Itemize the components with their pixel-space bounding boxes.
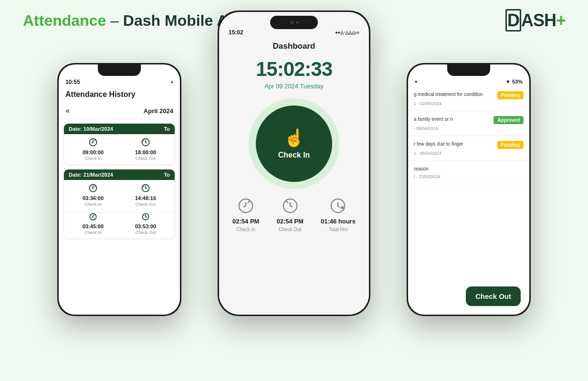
right-phone-notch — [447, 64, 490, 76]
checkout-label-1: Check Out — [136, 156, 156, 161]
checkout-icon-2 — [141, 184, 150, 194]
checkout-label-2: Check Out — [136, 202, 156, 207]
stat-totalhrs-icon — [330, 198, 346, 216]
stat-checkin-value: 02:54 PM — [232, 218, 259, 225]
phone-leave-requests: ● ▼ 53% g medical treatment for conditio… — [407, 63, 531, 316]
leave-date-4: t - 23/03/2024 — [414, 174, 524, 179]
checkout-time-2: 14:48:16 — [135, 195, 156, 201]
checkin-icon-3 — [89, 213, 97, 222]
checkout-time-1: 18:00:00 — [135, 149, 156, 155]
checkin-label-2: Check In — [84, 202, 102, 207]
checkout-item-3: 03:53:00 Check Out — [135, 213, 156, 235]
hand-pointer-icon: ☝ — [284, 128, 305, 148]
dashboard-title: Dashboard — [273, 38, 315, 53]
left-phone-notch — [98, 64, 141, 76]
checkin-icon-1 — [89, 138, 97, 148]
dashboard-stats: 02:54 PM Check In 0 — [219, 189, 369, 237]
phones-container: 10:55 ● Attendance History « April 2024 … — [0, 30, 588, 345]
leave-badge-3: Pending — [497, 141, 524, 149]
stat-checkout-icon — [282, 198, 298, 216]
big-clock: 15:02:33 — [256, 58, 332, 81]
checkin-time-1: 09:00:00 — [83, 149, 104, 155]
attendance-history-content: Attendance History « April 2024 Date: 10… — [59, 87, 180, 239]
leave-reason-1: g medical treatment for condition — [414, 91, 494, 98]
title-attendance: Attendance — [23, 12, 106, 29]
title-separator: – — [110, 12, 123, 29]
month-label: April 2024 — [144, 107, 173, 115]
leave-item-4: reason t - 23/03/2024 — [408, 161, 529, 184]
checkin-time-2: 03:36:00 — [83, 195, 104, 201]
checkin-item-3: 03:45:00 Check In — [83, 213, 104, 235]
stat-checkin-icon — [238, 198, 254, 216]
right-status-battery: ▼ 53% — [505, 79, 523, 85]
checkin-time-3: 03:45:00 — [83, 223, 104, 229]
prev-month-chevron[interactable]: « — [65, 106, 70, 115]
stat-total-hrs: 01:46 hours Total Hrs — [321, 198, 356, 232]
leave-date-3: 1 - 05/04/2024 — [414, 151, 524, 156]
leave-item-3: r few days due to finger Pending 1 - 05/… — [408, 136, 529, 161]
dynamic-island — [270, 16, 318, 29]
attendance-record-1: Date: 10/Mar/2024 To — [63, 123, 175, 165]
checkout-item-2: 14:48:16 Check Out — [135, 184, 156, 207]
leave-item-4-header: reason — [414, 166, 524, 172]
leave-item-1-header: g medical treatment for condition Pendin… — [414, 91, 524, 99]
checkout-icon-3 — [142, 213, 149, 222]
month-navigation[interactable]: « April 2024 — [59, 103, 180, 119]
checkin-label-1: Check In — [84, 156, 102, 161]
att-times-1: 09:00:00 Check In 18:00:0 — [64, 134, 175, 165]
leave-reason-2: a family event or n — [414, 116, 490, 123]
att-times-row2: 03:45:00 Check In 03:53:0 — [64, 212, 175, 239]
stat-checkout-value: 02:54 PM — [276, 218, 303, 225]
logo-plus: + — [556, 11, 565, 31]
dash-logo: DASH + — [505, 11, 565, 31]
svg-point-9 — [342, 207, 344, 209]
attendance-history-title: Attendance History — [59, 87, 180, 103]
checkin-item-2: 03:36:00 Check In — [83, 184, 104, 207]
leave-item-1: g medical treatment for condition Pendin… — [408, 86, 529, 111]
center-status-time: 15:02 — [229, 29, 243, 36]
checkout-time-3: 03:53:00 — [135, 223, 156, 229]
checkout-label-3: Check Out — [136, 230, 156, 235]
right-status-icons-left: ● — [415, 79, 417, 84]
checkin-item-1: 09:00:00 Check In — [83, 138, 104, 161]
stat-checkin: 02:54 PM Check In — [232, 198, 259, 232]
stat-checkout-label: Check Out — [279, 227, 301, 232]
checkin-label-3: Check In — [84, 230, 102, 235]
leave-item-3-header: r few days due to finger Pending — [414, 141, 524, 149]
left-status-time: 10:55 — [65, 79, 80, 85]
leave-date-2: - 08/04/2024 — [414, 126, 524, 131]
stat-checkout: 02:54 PM Check Out — [276, 198, 303, 232]
dashboard-content: Dashboard 15:02:33 Apr 09 2024 Tuesday ☝… — [219, 38, 369, 315]
leave-reason-4: reason — [414, 166, 524, 172]
leave-content: g medical treatment for condition Pendin… — [408, 86, 529, 315]
stat-totalhrs-value: 01:46 hours — [321, 218, 356, 225]
stat-totalhrs-label: Total Hrs — [329, 227, 347, 232]
checkout-button[interactable]: Check Out — [466, 286, 521, 306]
date-header-1: Date: 10/Mar/2024 To — [64, 124, 175, 134]
leave-reason-3: r few days due to finger — [414, 141, 494, 148]
checkout-item-1: 18:00:00 Check Out — [135, 138, 156, 161]
attendance-record-2: Date: 21/Mar/2024 To — [63, 169, 175, 239]
leave-item-2: a family event or n Approved - 08/04/202… — [408, 111, 529, 136]
leave-badge-1: Pending — [497, 91, 524, 99]
leave-date-1: 1 - 02/05/2024 — [414, 101, 524, 106]
leave-item-2-header: a family event or n Approved — [414, 116, 524, 124]
stat-checkin-label: Check In — [236, 227, 255, 232]
checkin-icon-2 — [89, 184, 97, 194]
leave-badge-2: Approved — [494, 116, 524, 124]
checkin-button[interactable]: ☝ Check In — [256, 106, 332, 182]
date-label: Apr 09 2024 Tuesday — [264, 83, 324, 90]
date-header-2: Date: 21/Mar/2024 To — [64, 169, 175, 180]
left-status-icons: ● — [171, 80, 173, 85]
checkout-icon-1 — [141, 138, 150, 148]
checkin-outer-circle: ☝ Check In — [249, 98, 339, 189]
center-status-icons: ●●△⋅△△△▭ — [335, 30, 359, 35]
phone-dashboard: 15:02 ●●△⋅△△△▭ Dashboard 15:02:33 Apr 09… — [218, 11, 370, 316]
att-times-2: 03:36:00 Check In 14:48:1 — [64, 180, 175, 211]
checkin-label: Check In — [278, 151, 310, 159]
phone-attendance-history: 10:55 ● Attendance History « April 2024 … — [57, 63, 181, 316]
